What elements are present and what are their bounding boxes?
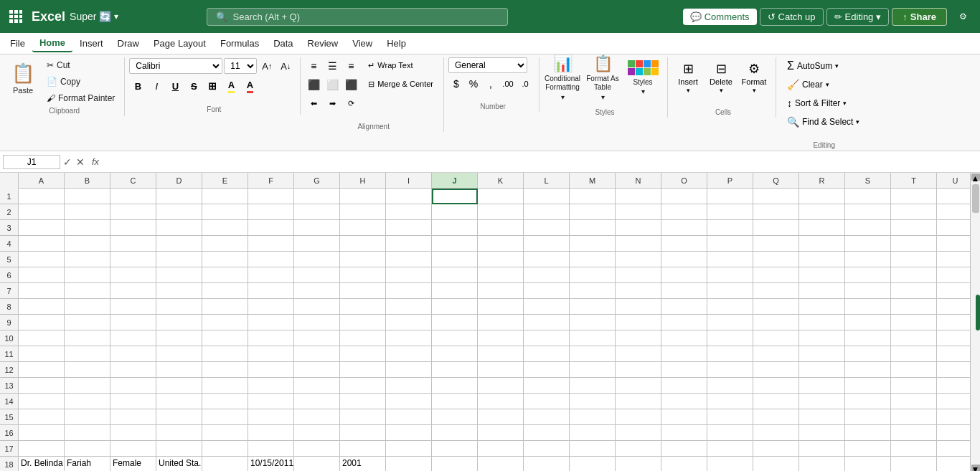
cell-6-4[interactable]: [202, 267, 248, 283]
align-top-right-button[interactable]: ≡: [342, 57, 359, 75]
cell-1-18[interactable]: [845, 189, 891, 204]
cell-6-15[interactable]: [707, 267, 753, 283]
share-button[interactable]: ↑ Share: [892, 8, 947, 26]
cell-9-0[interactable]: [19, 315, 65, 330]
cell-13-3[interactable]: [156, 378, 202, 394]
cell-4-6[interactable]: [294, 236, 340, 252]
row-num-1[interactable]: 1: [0, 189, 19, 204]
row-num-15[interactable]: 15: [0, 409, 19, 425]
insert-button[interactable]: ⊞ Insert ▾: [672, 57, 704, 97]
cell-17-0[interactable]: [19, 441, 65, 457]
cell-17-10[interactable]: [478, 441, 524, 457]
cell-8-6[interactable]: [294, 299, 340, 315]
cell-18-12[interactable]: [570, 457, 616, 471]
cell-5-17[interactable]: [799, 252, 845, 267]
cell-16-11[interactable]: [524, 425, 570, 441]
cell-16-13[interactable]: [616, 425, 661, 441]
cell-2-18[interactable]: [845, 204, 891, 220]
conditional-formatting-button[interactable]: 📊 ConditionalFormatting ▾: [544, 57, 581, 97]
cell-14-19[interactable]: [891, 394, 937, 409]
cell-2-11[interactable]: [524, 204, 570, 220]
waffle-icon[interactable]: [6, 6, 26, 27]
comma-button[interactable]: ,: [483, 76, 499, 92]
paste-button[interactable]: 📋 Paste: [6, 57, 40, 99]
menu-formulas[interactable]: Formulas: [213, 35, 266, 52]
cell-12-17[interactable]: [799, 362, 845, 378]
cell-4-18[interactable]: [845, 236, 891, 252]
cell-12-5[interactable]: [248, 362, 294, 378]
cell-13-7[interactable]: [340, 378, 386, 394]
cell-18-11[interactable]: [524, 457, 570, 471]
strikethrough-button[interactable]: S: [185, 77, 202, 95]
cell-17-1[interactable]: [65, 441, 110, 457]
cell-1-14[interactable]: [661, 189, 707, 204]
cell-7-13[interactable]: [616, 283, 661, 299]
underline-button[interactable]: U: [166, 77, 184, 95]
cell-4-15[interactable]: [707, 236, 753, 252]
cell-3-19[interactable]: [891, 220, 937, 236]
cell-13-0[interactable]: [19, 378, 65, 394]
cell-6-10[interactable]: [478, 267, 524, 283]
cell-6-11[interactable]: [524, 267, 570, 283]
col-header-N[interactable]: N: [616, 173, 661, 188]
cell-3-0[interactable]: [19, 220, 65, 236]
cell-7-7[interactable]: [340, 283, 386, 299]
cell-13-4[interactable]: [202, 378, 248, 394]
cell-15-9[interactable]: [432, 409, 478, 425]
cell-1-0[interactable]: [19, 189, 65, 204]
cell-12-19[interactable]: [891, 362, 937, 378]
cell-6-9[interactable]: [432, 267, 478, 283]
cell-8-12[interactable]: [570, 299, 616, 315]
cell-8-18[interactable]: [845, 299, 891, 315]
cell-2-13[interactable]: [616, 204, 661, 220]
scroll-down-btn[interactable]: ▼: [971, 465, 980, 471]
cell-5-6[interactable]: [294, 252, 340, 267]
cell-3-15[interactable]: [707, 220, 753, 236]
cell-1-1[interactable]: [65, 189, 110, 204]
cell-10-19[interactable]: [891, 330, 937, 346]
cell-2-17[interactable]: [799, 204, 845, 220]
cell-18-18[interactable]: [845, 457, 891, 471]
cell-13-12[interactable]: [570, 378, 616, 394]
cell-1-6[interactable]: [294, 189, 340, 204]
cell-12-0[interactable]: [19, 362, 65, 378]
cell-2-7[interactable]: [340, 204, 386, 220]
cell-14-5[interactable]: [248, 394, 294, 409]
cell-11-2[interactable]: [110, 346, 156, 362]
cell-10-5[interactable]: [248, 330, 294, 346]
cell-6-19[interactable]: [891, 267, 937, 283]
cell-12-14[interactable]: [661, 362, 707, 378]
row-num-2[interactable]: 2: [0, 204, 19, 220]
cell-17-16[interactable]: [753, 441, 799, 457]
cell-9-1[interactable]: [65, 315, 110, 330]
cell-7-11[interactable]: [524, 283, 570, 299]
col-header-G[interactable]: G: [294, 173, 340, 188]
cell-15-8[interactable]: [386, 409, 432, 425]
cell-5-2[interactable]: [110, 252, 156, 267]
cell-10-16[interactable]: [753, 330, 799, 346]
cell-12-13[interactable]: [616, 362, 661, 378]
cell-4-4[interactable]: [202, 236, 248, 252]
cell-5-9[interactable]: [432, 252, 478, 267]
cell-14-4[interactable]: [202, 394, 248, 409]
cell-5-1[interactable]: [65, 252, 110, 267]
cell-6-16[interactable]: [753, 267, 799, 283]
cell-5-18[interactable]: [845, 252, 891, 267]
format-button[interactable]: ⚙ Format ▾: [738, 57, 770, 97]
cell-7-18[interactable]: [845, 283, 891, 299]
menu-review[interactable]: Review: [301, 35, 346, 52]
row-num-8[interactable]: 8: [0, 299, 19, 315]
cell-17-17[interactable]: [799, 441, 845, 457]
menu-insert[interactable]: Insert: [72, 35, 110, 52]
cell-10-15[interactable]: [707, 330, 753, 346]
cell-15-3[interactable]: [156, 409, 202, 425]
align-top-center-button[interactable]: ☰: [324, 57, 341, 75]
settings-icon[interactable]: ⚙: [953, 6, 974, 27]
increase-decimal-button[interactable]: .00: [500, 76, 516, 92]
cell-9-19[interactable]: [891, 315, 937, 330]
italic-button[interactable]: I: [148, 77, 165, 95]
cell-11-0[interactable]: [19, 346, 65, 362]
row-num-3[interactable]: 3: [0, 220, 19, 236]
cell-15-16[interactable]: [753, 409, 799, 425]
cell-14-8[interactable]: [386, 394, 432, 409]
